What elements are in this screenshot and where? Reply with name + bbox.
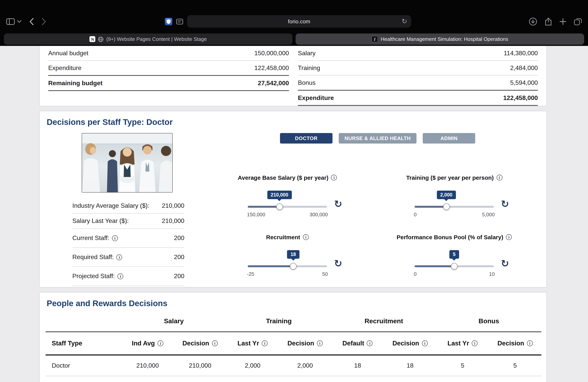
budget-table-right: Salary 114,380,000 Training 2,484,000 Bo… (298, 46, 538, 106)
info-icon[interactable]: i (506, 234, 512, 240)
slider-thumb[interactable] (451, 263, 458, 270)
table-group-header-row: Salary Training Recruitment Bonus (45, 311, 541, 332)
slider-min-label: -25 (247, 271, 254, 277)
slider-thumb[interactable] (290, 263, 296, 270)
stat-row-salary-last-year: Salary Last Year ($): 210,000 (72, 213, 184, 229)
page-content: Annual budget 150,000,000 Expenditure 12… (0, 46, 588, 382)
reset-icon[interactable]: ↻ (501, 199, 509, 209)
decisions-card: Decisions per Staff Type: Doctor (39, 111, 547, 287)
budget-value: 114,380,000 (504, 50, 538, 57)
cell-value: 210,000 (174, 362, 226, 369)
tab-overview-icon[interactable] (574, 18, 582, 25)
slider-label: Training ($ per year per person)i (373, 174, 536, 181)
staff-tab-admin[interactable]: ADMIN (423, 133, 475, 144)
staff-photo (82, 133, 173, 192)
stat-value: 210,000 (162, 202, 184, 209)
staff-tab-doctor[interactable]: DOCTOR (280, 133, 333, 144)
info-icon[interactable]: i (496, 175, 502, 180)
info-icon[interactable]: i (472, 340, 478, 346)
info-icon[interactable]: i (527, 340, 533, 346)
slider-value-badge: 18 (287, 250, 299, 259)
stat-row-required-staff: Required Staff:i 200 (72, 248, 184, 267)
budget-label: Expenditure (48, 64, 82, 71)
slider-label: Recruitmenti (206, 234, 369, 240)
info-icon[interactable]: i (367, 340, 373, 346)
info-icon[interactable]: i (116, 254, 122, 260)
reset-icon[interactable]: ↻ (334, 259, 342, 268)
slider-value-badge: 210,000 (267, 191, 292, 199)
budget-value: 122,458,000 (254, 64, 289, 71)
stat-value: 200 (174, 273, 184, 280)
browser-chrome: forio.com ↻ N (0, 0, 588, 46)
cell-value: 2,000 (226, 362, 279, 369)
slider-track[interactable] (248, 206, 327, 208)
chevron-down-icon[interactable] (17, 20, 21, 23)
url-text: forio.com (288, 18, 310, 24)
budget-label: Remaining budget (48, 80, 103, 86)
slider-label: Performance Bonus Pool (% of Salary)i (373, 234, 536, 240)
forward-button[interactable] (42, 18, 46, 25)
budget-row: Bonus 5,594,000 (298, 75, 538, 90)
budget-value: 27,542,000 (258, 80, 289, 86)
reset-icon[interactable]: ↻ (501, 259, 509, 268)
slider-min-label: 0 (414, 212, 417, 217)
budget-row: Training 2,484,000 (298, 61, 538, 75)
slider-track[interactable] (248, 265, 327, 267)
column-header: Decisioni (489, 340, 541, 347)
info-icon[interactable]: i (212, 340, 218, 346)
people-rewards-title: People and Rewards Decisions (47, 299, 168, 308)
slider-performance-bonus-pool: Performance Bonus Pool (% of Salary)i 5 … (415, 233, 494, 279)
info-icon[interactable]: i (117, 273, 123, 279)
group-header-recruitment: Recruitment (331, 318, 436, 325)
group-header-salary: Salary (121, 318, 226, 325)
people-rewards-table: Salary Training Recruitment Bonus Staff … (45, 311, 541, 382)
share-icon[interactable] (545, 17, 552, 25)
simulation-favicon: / (371, 36, 378, 42)
info-icon[interactable]: i (262, 340, 268, 346)
reload-icon[interactable]: ↻ (402, 17, 407, 25)
cell-value: 18 (331, 362, 384, 369)
slider-thumb[interactable] (276, 203, 283, 210)
stat-label: Industry Average Salary ($): (72, 202, 149, 209)
slider-min-label: 0 (414, 271, 417, 277)
slider-max-label: 50 (322, 271, 328, 277)
info-icon[interactable]: i (422, 340, 428, 346)
extension-shield-icon[interactable] (165, 18, 172, 25)
budget-table-left: Annual budget 150,000,000 Expenditure 12… (48, 46, 289, 106)
budget-value: 5,594,000 (510, 79, 538, 86)
slider-track[interactable] (415, 206, 494, 208)
cell-value: 18 (384, 362, 436, 369)
browser-toolbar: forio.com ↻ (0, 12, 588, 31)
staff-tab-nurse-allied-health[interactable]: NURSE & ALLIED HEALTH (339, 133, 417, 144)
info-icon[interactable]: i (303, 234, 309, 240)
slider-training: Training ($ per year per person)i 2,000 … (415, 173, 494, 219)
slider-recruitment: Recruitmenti 18 -25 50 ↻ (248, 233, 327, 279)
tab-website-pages[interactable]: N (9+) Website Pages Content | Website S… (4, 33, 293, 45)
address-bar[interactable]: forio.com ↻ (187, 15, 411, 28)
budget-label: Expenditure (298, 94, 334, 101)
table-header-row: Staff Type Ind Avgi Decisioni Last Yri D… (45, 332, 541, 356)
table-row-nurse-allied-health: Nurse & Allied Health 70,000 70,000 2,00… (45, 376, 541, 382)
group-header-bonus: Bonus (436, 318, 541, 325)
info-icon[interactable]: i (112, 235, 118, 241)
cell-staff-type: Doctor (45, 362, 121, 369)
page-settings-icon[interactable] (176, 19, 183, 24)
slider-value-badge: 5 (449, 250, 459, 259)
reset-icon[interactable]: ↻ (334, 199, 342, 209)
slider-label: Average Base Salary ($ per year)i (206, 174, 369, 181)
info-icon[interactable]: i (158, 340, 163, 346)
table-row-doctor: Doctor 210,000 210,000 2,000 2,000 18 18… (45, 356, 541, 376)
slider-thumb[interactable] (443, 203, 450, 210)
screen: forio.com ↻ N (0, 0, 588, 382)
info-icon[interactable]: i (331, 175, 337, 180)
tab-healthcare-sim[interactable]: / Healthcare Management Simulation: Hosp… (295, 33, 584, 45)
stat-value: 200 (174, 234, 184, 242)
info-icon[interactable]: i (317, 340, 323, 346)
back-button[interactable] (29, 18, 34, 25)
sidebar-toggle-icon[interactable] (6, 18, 15, 25)
new-tab-icon[interactable] (560, 18, 566, 25)
stat-label: Salary Last Year ($): (72, 217, 129, 224)
budget-row: Annual budget 150,000,000 (48, 46, 289, 61)
stat-label: Projected Staff: (72, 273, 115, 280)
downloads-icon[interactable] (529, 17, 537, 25)
